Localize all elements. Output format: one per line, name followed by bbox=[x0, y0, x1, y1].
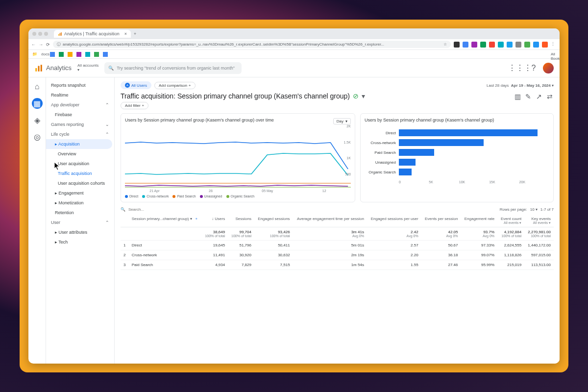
add-filter-button[interactable]: Add filter + bbox=[121, 102, 148, 109]
dim-header[interactable]: Session primary...channel group) ▾ + bbox=[129, 215, 202, 227]
plus-icon: + bbox=[142, 103, 145, 108]
nav-lifecycle[interactable]: Life cycle⌃ bbox=[46, 129, 114, 139]
side-nav: Reports snapshot Realtime App developer⌃… bbox=[46, 77, 115, 364]
table-row[interactable]: 1Direct 19,64551,79650,4115m 01s2.5750.6… bbox=[121, 241, 554, 250]
analytics-logo-icon bbox=[34, 64, 43, 73]
line-chart[interactable]: 2K 1.5K 1K 500 bbox=[125, 124, 351, 188]
all-bookmarks[interactable]: All Bookmarks bbox=[551, 52, 556, 57]
help-icon[interactable]: ? bbox=[529, 64, 538, 73]
add-comparison-button[interactable]: Add comparison + bbox=[154, 82, 195, 89]
reports-icon[interactable]: ▦ bbox=[32, 98, 43, 109]
col-ke[interactable]: Key eventsAll events ▾ bbox=[524, 215, 554, 227]
ext-icon[interactable] bbox=[471, 42, 477, 48]
nav-acquisition[interactable]: ▸ Acquisition bbox=[46, 139, 112, 149]
new-tab-button[interactable]: + bbox=[134, 31, 136, 36]
star-icon[interactable]: ☆ bbox=[443, 42, 447, 47]
nav-user[interactable]: User⌃ bbox=[46, 218, 114, 227]
all-users-chip[interactable]: AAll Users bbox=[121, 81, 151, 89]
bookmark-icon[interactable] bbox=[68, 52, 73, 57]
col-espu[interactable]: Engaged sessions per user bbox=[367, 215, 421, 227]
chevron-down-icon[interactable]: ▾ bbox=[362, 92, 365, 100]
back-button[interactable]: ← bbox=[31, 42, 36, 47]
line-chart-title: Users by Session primary channel group (… bbox=[125, 118, 274, 122]
nav-realtime[interactable]: Realtime bbox=[46, 90, 114, 100]
bookmark-icon[interactable] bbox=[50, 52, 55, 57]
svg-rect-3 bbox=[35, 68, 37, 72]
bookmark-icon[interactable] bbox=[103, 52, 108, 57]
reload-button[interactable]: ⟳ bbox=[46, 42, 50, 47]
col-ec[interactable]: Event countAll events ▾ bbox=[497, 215, 524, 227]
bookmark-icon[interactable] bbox=[94, 52, 99, 57]
share-icon[interactable]: ↗ bbox=[536, 93, 543, 99]
insights-icon[interactable]: ✎ bbox=[525, 93, 532, 99]
ext-icon[interactable] bbox=[463, 42, 468, 48]
nav-traffic-acq[interactable]: Traffic acquisition bbox=[46, 169, 114, 178]
ext-icon[interactable] bbox=[489, 42, 495, 48]
nav-user-cohorts[interactable]: User acquisition cohorts bbox=[46, 178, 114, 188]
data-table-section: 🔍 Rows per page: 10 ▾ 1-7 of 7 Session p… bbox=[121, 207, 554, 270]
nav-tech[interactable]: ▸ Tech bbox=[46, 237, 114, 247]
table-row[interactable]: 3Paid Search 4,9347,8297,5151m 54s1.5527… bbox=[121, 260, 554, 270]
col-eps[interactable]: Events per session bbox=[421, 215, 461, 227]
col-avgeng[interactable]: Average engagement time per session bbox=[293, 215, 367, 227]
browser-toolbar: ← → ⟳ ⓘ analytics.google.com/analytics/w… bbox=[28, 39, 560, 50]
account-picker[interactable]: All accounts▾ bbox=[77, 64, 98, 73]
search-bar[interactable]: 🔍 Try searching "trend of conversions fr… bbox=[104, 62, 242, 74]
col-users[interactable]: ↓ Users bbox=[201, 215, 228, 227]
bookmark-folder[interactable]: docs bbox=[41, 52, 46, 57]
bookmark-icon[interactable] bbox=[85, 52, 90, 57]
ext-icon[interactable] bbox=[542, 42, 548, 48]
interval-select[interactable]: Day ▾ bbox=[333, 118, 351, 124]
nav-user-acq[interactable]: User acquisition bbox=[46, 159, 114, 169]
home-icon[interactable]: ⌂ bbox=[32, 81, 43, 92]
line-chart-card: Users by Session primary channel group (… bbox=[121, 113, 355, 202]
nav-engagement[interactable]: ▸ Engagement bbox=[46, 188, 114, 198]
address-bar[interactable]: ⓘ analytics.google.com/analytics/web/#/p… bbox=[53, 41, 451, 48]
bar-chart[interactable]: Direct Cross-network Paid Search Unassig… bbox=[365, 124, 549, 180]
ads-icon[interactable]: ◎ bbox=[32, 131, 43, 142]
nav-app-developer[interactable]: App developer⌃ bbox=[46, 100, 114, 110]
nav-overview[interactable]: Overview bbox=[46, 149, 114, 159]
customize-icon[interactable]: ▥ bbox=[514, 93, 521, 99]
table-search-input[interactable] bbox=[128, 207, 497, 212]
nav-user-attr[interactable]: ▸ User attributes bbox=[46, 227, 114, 237]
search-icon: 🔍 bbox=[108, 66, 114, 71]
col-engaged[interactable]: Engaged sessions bbox=[254, 215, 293, 227]
browser-tab[interactable]: Analytics | Traffic acquisition × bbox=[54, 30, 131, 38]
ext-icon[interactable] bbox=[454, 42, 460, 48]
svg-rect-2 bbox=[61, 32, 62, 36]
col-er[interactable]: Engagement rate bbox=[461, 215, 498, 227]
nav-games[interactable]: Games reporting⌄ bbox=[46, 120, 114, 129]
rows-per-page-select[interactable]: 10 ▾ bbox=[530, 207, 538, 212]
folder-icon[interactable]: 📁 bbox=[32, 52, 37, 57]
avatar[interactable] bbox=[543, 63, 554, 74]
nav-retention[interactable]: Retention bbox=[46, 208, 114, 218]
explore-icon[interactable]: ◈ bbox=[32, 115, 43, 125]
col-sessions[interactable]: Sessions bbox=[228, 215, 254, 227]
bookmark-icon[interactable] bbox=[76, 52, 81, 57]
forward-button[interactable]: → bbox=[39, 42, 43, 47]
ext-icon[interactable] bbox=[498, 42, 504, 48]
menu-icon[interactable]: ⋮ bbox=[551, 42, 557, 48]
ext-icon[interactable] bbox=[480, 42, 486, 48]
nav-monetization[interactable]: ▸ Monetization bbox=[46, 198, 114, 208]
ext-icon[interactable] bbox=[524, 42, 530, 48]
compare-icon[interactable]: ⇄ bbox=[547, 93, 554, 99]
apps-icon[interactable]: ⋮⋮⋮ bbox=[515, 64, 524, 73]
page-info: 1-7 of 7 bbox=[540, 207, 554, 212]
url-text: analytics.google.com/analytics/web/#/p15… bbox=[63, 42, 384, 47]
close-tab-icon[interactable]: × bbox=[124, 31, 127, 36]
ext-icon[interactable] bbox=[507, 42, 513, 48]
plus-icon[interactable]: + bbox=[195, 217, 197, 221]
product-logo[interactable]: Analytics bbox=[34, 64, 72, 73]
table-row[interactable]: 2Cross-network 11,49130,92030,6322m 19s2… bbox=[121, 250, 554, 260]
ext-icon[interactable] bbox=[515, 42, 521, 48]
date-range-picker[interactable]: Last 28 days Apr 19 - May 16, 2024 ▾ bbox=[487, 83, 554, 88]
app-header: Analytics All accounts▾ 🔍 Try searching … bbox=[28, 59, 560, 77]
totals-row: 38,649100% of total 99,704100% of total … bbox=[121, 227, 554, 241]
nav-firebase[interactable]: Firebase bbox=[46, 110, 114, 120]
ext-icon[interactable] bbox=[533, 42, 539, 48]
site-info-icon[interactable]: ⓘ bbox=[57, 42, 61, 47]
bookmark-icon[interactable] bbox=[59, 52, 64, 57]
nav-snapshot[interactable]: Reports snapshot bbox=[46, 80, 114, 90]
